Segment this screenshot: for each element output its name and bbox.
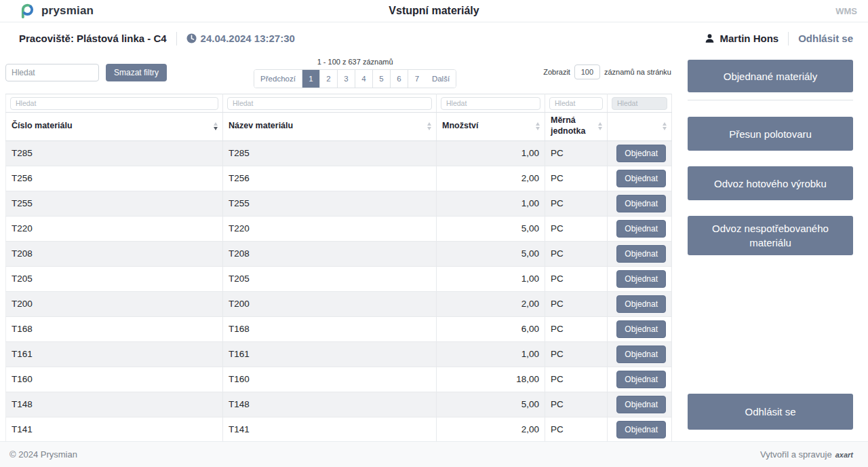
pagination-page-7[interactable]: 7: [408, 70, 426, 88]
sidebar-button-1[interactable]: Objednané materiály: [688, 60, 853, 92]
cell-nazev-materialu: T256: [223, 166, 437, 191]
cell-mnozstvi: 2,00: [437, 291, 545, 316]
table-row: T256 T256 2,00 PC Objednat: [6, 166, 672, 191]
records-summary: 1 - 100 z 637 záznamů: [317, 58, 393, 66]
cell-nazev-materialu: T205: [223, 266, 437, 291]
table-row: T255 T255 1,00 PC Objednat: [6, 191, 672, 216]
column-header-mnozstvi[interactable]: Množství: [437, 112, 545, 141]
objednat-button[interactable]: Objednat: [616, 220, 666, 238]
cell-mnozstvi: 2,00: [437, 417, 545, 441]
cell-merna-jednotka: PC: [545, 341, 608, 367]
sidebar-logout-button[interactable]: Odhlásit se: [688, 394, 853, 430]
cell-cislo-materialu: T168: [6, 316, 223, 341]
cell-merna-jednotka: PC: [545, 316, 608, 341]
pagination-page-3[interactable]: 3: [338, 70, 355, 88]
objednat-button[interactable]: Objednat: [616, 295, 666, 313]
cell-cislo-materialu: T208: [6, 241, 223, 266]
sidebar-button-2[interactable]: Přesun polotovaru: [688, 117, 853, 151]
workplace-label: Pracoviště: Plástová linka - C4: [19, 33, 167, 44]
pagination-prev[interactable]: Předchozí: [254, 70, 302, 88]
credit: Vytvořil a spravuje axart: [760, 449, 853, 460]
cell-mnozstvi: 1,00: [437, 191, 545, 216]
objednat-button[interactable]: Objednat: [616, 195, 666, 212]
cell-mnozstvi: 6,00: [437, 316, 545, 341]
main-area: Smazat filtry 1 - 100 z 637 záznamů Před…: [5, 54, 671, 441]
sort-icon: [536, 122, 540, 130]
objednat-button[interactable]: Objednat: [616, 371, 666, 388]
pagination-next[interactable]: Další: [426, 70, 456, 88]
cell-cislo-materialu: T285: [6, 141, 223, 166]
cell-merna-jednotka: PC: [545, 141, 608, 166]
objednat-button[interactable]: Objednat: [616, 270, 666, 288]
sidebar-button-4[interactable]: Odvoz nespotřebovaného materiálu: [688, 216, 853, 255]
cell-merna-jednotka: PC: [545, 291, 608, 316]
cell-merna-jednotka: PC: [545, 392, 608, 417]
column-header-action[interactable]: [608, 112, 672, 141]
column-header-nazev[interactable]: Název materiálu: [223, 112, 437, 141]
sidebar-divider: [688, 100, 853, 100]
filter-nazev-input[interactable]: [227, 97, 432, 110]
divider: [176, 32, 177, 45]
objednat-button[interactable]: Objednat: [616, 320, 666, 338]
filter-cislo-input[interactable]: [10, 97, 218, 110]
controls-left: Smazat filtry: [5, 64, 167, 81]
cell-merna-jednotka: PC: [545, 241, 608, 266]
cell-cislo-materialu: T200: [6, 291, 223, 316]
cell-nazev-materialu: T168: [223, 316, 437, 341]
pagination-page-5[interactable]: 5: [373, 70, 391, 88]
sort-icon: [663, 122, 667, 130]
objednat-button[interactable]: Objednat: [616, 345, 666, 363]
user-area: Martin Hons Odhlásit se: [705, 32, 853, 45]
logout-link[interactable]: Odhlásit se: [798, 33, 853, 44]
app-label: WMS: [835, 6, 857, 16]
table-row: T148 T148 5,00 PC Objednat: [6, 392, 672, 417]
objednat-button[interactable]: Objednat: [616, 421, 666, 438]
table-controls: Smazat filtry 1 - 100 z 637 záznamů Před…: [5, 54, 671, 94]
objednat-button[interactable]: Objednat: [616, 145, 666, 162]
pagination-page-2[interactable]: 2: [320, 70, 338, 88]
table-row: T220 T220 5,00 PC Objednat: [6, 216, 672, 241]
copyright: © 2024 Prysmian: [9, 449, 77, 460]
cell-nazev-materialu: T200: [223, 291, 437, 316]
cell-action: Objednat: [608, 216, 672, 241]
clock-icon: [186, 33, 197, 43]
cell-cislo-materialu: T148: [6, 392, 223, 417]
sidebar: Objednané materiályPřesun polotovaruOdvo…: [688, 54, 853, 441]
objednat-button[interactable]: Objednat: [616, 396, 666, 413]
filter-mnozstvi-input[interactable]: [441, 97, 540, 110]
sub-bar: Pracoviště: Plástová linka - C4 24.04.20…: [0, 22, 868, 54]
pagination-page-4[interactable]: 4: [355, 70, 373, 88]
cell-mnozstvi: 5,00: [437, 241, 545, 266]
clear-filters-button[interactable]: Smazat filtry: [106, 64, 167, 81]
datetime-value: 24.04.2024 13:27:30: [201, 33, 295, 44]
page: prysmian Vstupní materiály WMS Pracovišt…: [0, 0, 868, 467]
cell-cislo-materialu: T255: [6, 191, 223, 216]
sidebar-button-3[interactable]: Odvoz hotového výrobku: [688, 166, 853, 200]
cell-merna-jednotka: PC: [545, 216, 608, 241]
cell-action: Objednat: [608, 341, 672, 367]
pagination: Předchozí 1234567 Další: [254, 69, 456, 88]
sort-icon: [598, 122, 602, 130]
cell-cislo-materialu: T220: [6, 216, 223, 241]
page-size-suffix: záznamů na stránku: [604, 68, 671, 76]
column-header-cislo[interactable]: Číslo materiálu: [6, 112, 223, 141]
cell-merna-jednotka: PC: [545, 166, 608, 191]
sort-icon: [427, 122, 431, 130]
cell-merna-jednotka: PC: [545, 266, 608, 291]
page-size-prefix: Zobrazit: [543, 68, 570, 76]
pagination-page-1[interactable]: 1: [302, 70, 320, 88]
objednat-button[interactable]: Objednat: [616, 245, 666, 263]
page-size-input[interactable]: [574, 64, 600, 79]
cell-nazev-materialu: T141: [223, 417, 437, 441]
top-bar: prysmian Vstupní materiály WMS: [0, 0, 868, 22]
search-input[interactable]: [5, 64, 99, 81]
brand: prysmian: [19, 2, 94, 20]
cell-action: Objednat: [608, 291, 672, 316]
objednat-button[interactable]: Objednat: [616, 170, 666, 187]
filter-jednotka-input[interactable]: [549, 97, 603, 110]
cell-mnozstvi: 5,00: [437, 216, 545, 241]
pagination-page-6[interactable]: 6: [391, 70, 408, 88]
cell-action: Objednat: [608, 166, 672, 191]
page-title: Vstupní materiály: [0, 5, 868, 17]
column-header-jednotka[interactable]: Měrná jednotka: [545, 112, 608, 141]
